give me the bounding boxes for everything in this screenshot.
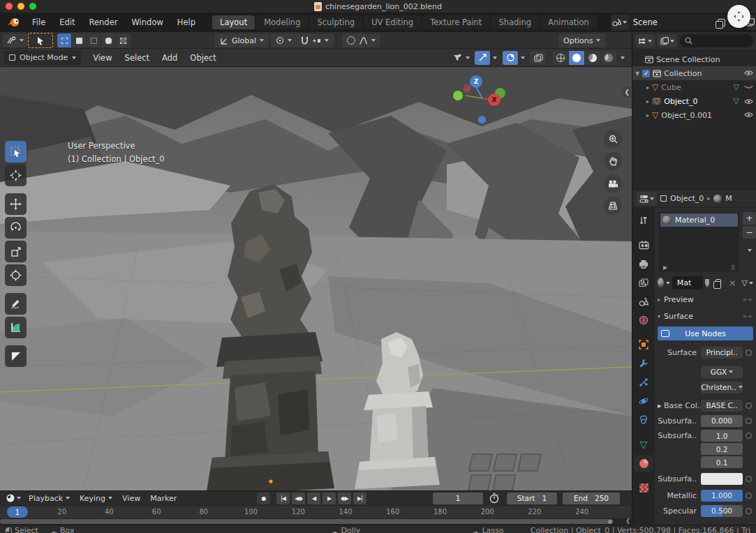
timeline-ruler[interactable]: 20406080100120140160180200220240 1 xyxy=(0,505,632,518)
viewport-menu-select[interactable]: Select xyxy=(119,53,156,63)
tab-object[interactable] xyxy=(634,336,653,353)
blender-logo-icon[interactable] xyxy=(7,17,21,28)
radius-y-field[interactable]: 0.2 xyxy=(701,443,743,455)
snap-toggle-group[interactable] xyxy=(296,33,334,47)
outliner-row-cube[interactable]: ▸ ▽ Cube ▽ xyxy=(632,80,756,94)
material-slots-list[interactable]: Material_0 ▶⣿ xyxy=(659,212,739,272)
workspace-tab-texture-paint[interactable]: Texture Paint xyxy=(422,15,489,29)
tool-measure[interactable] xyxy=(5,317,27,338)
gizmo-axis-x[interactable]: X xyxy=(488,93,501,106)
browse-material-chevron[interactable] xyxy=(666,282,670,285)
outliner-display-mode-dropdown[interactable] xyxy=(635,34,655,47)
tab-physics[interactable] xyxy=(634,393,653,410)
navigation-gizmo[interactable]: Z X xyxy=(452,73,507,128)
stopwatch-icon[interactable] xyxy=(489,493,500,506)
distribution-dropdown[interactable]: GGX xyxy=(701,366,743,378)
xray-toggle[interactable] xyxy=(531,51,547,65)
scene-selector[interactable]: Scene × xyxy=(611,15,742,30)
subsurface-slider[interactable]: 0.000 xyxy=(701,415,743,427)
timeline-playhead[interactable]: 1 xyxy=(7,506,28,518)
eye-icon[interactable] xyxy=(744,111,753,120)
tool-rotate[interactable] xyxy=(5,217,27,239)
unlink-material-icon[interactable]: × xyxy=(725,278,740,288)
material-slot-specials-dropdown[interactable] xyxy=(743,244,756,257)
current-frame-field[interactable]: 1 xyxy=(433,493,483,504)
camera-view-button[interactable] xyxy=(604,174,622,193)
decorator-dot[interactable] xyxy=(746,493,752,499)
pan-hand-button[interactable] xyxy=(604,152,622,170)
tab-material[interactable] xyxy=(634,455,653,472)
wireframe-data-icon[interactable]: ▽ xyxy=(734,98,739,105)
tab-output[interactable] xyxy=(634,255,653,272)
properties-editor-type-button[interactable] xyxy=(637,192,657,205)
sidebar-collapse-arrow[interactable]: ❮ xyxy=(623,87,631,98)
decorator-dot[interactable] xyxy=(746,433,752,439)
zoom-window-button[interactable] xyxy=(29,3,36,10)
active-tool-button[interactable] xyxy=(28,33,53,48)
close-window-button[interactable] xyxy=(6,3,13,10)
next-keyframe-button[interactable]: ◆▶ xyxy=(338,493,351,504)
material-name-field[interactable]: Mat xyxy=(672,276,703,290)
surface-shader-field[interactable]: Principl.. xyxy=(701,347,743,359)
decorator-dot[interactable] xyxy=(746,350,752,356)
eye-icon[interactable] xyxy=(744,98,753,105)
start-frame-field[interactable]: Start1 xyxy=(507,493,557,504)
scene-icon[interactable] xyxy=(611,15,629,30)
editor-type-button[interactable] xyxy=(3,33,27,47)
timeline-scrollbar[interactable]: ❮ xyxy=(0,518,632,525)
workspace-tab-animation[interactable]: Animation xyxy=(540,15,597,29)
slot-specials-icon[interactable]: ▶ xyxy=(663,264,667,271)
tab-object-data[interactable]: ▽ xyxy=(634,436,653,453)
shading-material-button[interactable] xyxy=(585,51,601,65)
auto-keying-record-button[interactable]: ● xyxy=(257,493,270,504)
timeline-menu-playback[interactable]: Playback xyxy=(24,494,75,503)
tool-cursor[interactable] xyxy=(5,165,27,186)
outliner-row-object-0-001[interactable]: ▸ ▽ Object_0.001 xyxy=(632,108,756,122)
tab-scene[interactable] xyxy=(634,293,653,310)
browse-material-icon[interactable] xyxy=(658,278,664,288)
end-frame-field[interactable]: End250 xyxy=(563,493,620,504)
gizmo-axis-z[interactable]: Z xyxy=(470,75,482,88)
menu-help[interactable]: Help xyxy=(170,17,202,27)
outliner-row-scene-collection[interactable]: Scene Collection xyxy=(632,52,756,66)
ortho-grid-button[interactable] xyxy=(604,197,622,215)
new-scene-icon[interactable] xyxy=(718,19,725,27)
menu-render[interactable]: Render xyxy=(82,17,125,27)
outliner-filter-dropdown[interactable] xyxy=(658,34,677,47)
viewport-menu-view[interactable]: View xyxy=(87,53,118,63)
tab-world[interactable] xyxy=(634,312,653,329)
mode-dropdown[interactable]: Object Mode xyxy=(4,50,81,65)
tab-constraints[interactable] xyxy=(634,412,653,428)
menu-window[interactable]: Window xyxy=(124,17,170,27)
proportional-edit-group[interactable] xyxy=(342,33,380,47)
breadcrumb-material[interactable]: M xyxy=(725,194,732,203)
overlays-toggle[interactable] xyxy=(503,51,519,65)
tool-annotate[interactable] xyxy=(5,293,27,315)
window-controls[interactable] xyxy=(6,3,36,10)
outliner-row-collection[interactable]: ▼ ✓ Collection xyxy=(632,66,756,80)
transform-orientation-dropdown[interactable]: Global xyxy=(215,33,269,47)
tool-scale[interactable] xyxy=(5,241,27,262)
nodetree-selector[interactable]: ▽ xyxy=(742,280,753,287)
tab-texture[interactable] xyxy=(634,479,653,496)
surface-panel-header[interactable]: ▾Surface≡≡ xyxy=(658,309,753,323)
timeline-menu-marker[interactable]: Marker xyxy=(145,494,181,503)
tab-render[interactable] xyxy=(634,237,653,253)
decorator-dot[interactable] xyxy=(746,418,752,424)
viewport-3d[interactable]: User Perspective (1) Collection | Object… xyxy=(0,67,632,490)
play-reverse-button[interactable]: ◀ xyxy=(307,493,320,504)
select-box-button[interactable] xyxy=(72,33,87,47)
gizmos-toggle[interactable] xyxy=(475,51,491,65)
shading-solid-button[interactable] xyxy=(569,51,585,65)
timeline-scrollbar-thumb[interactable] xyxy=(0,519,613,524)
shading-rendered-button[interactable] xyxy=(601,51,617,65)
decorator-dot[interactable] xyxy=(746,476,752,482)
collection-checkbox[interactable]: ✓ xyxy=(642,70,650,77)
scene-name[interactable]: Scene xyxy=(629,17,716,27)
minimize-window-button[interactable] xyxy=(17,3,24,10)
base-color-field[interactable]: BASE C.. xyxy=(701,400,743,412)
select-tweak-button[interactable] xyxy=(57,33,72,47)
select-lasso-button[interactable] xyxy=(101,33,116,47)
tab-tool[interactable] xyxy=(634,212,653,229)
remove-material-slot-button[interactable]: − xyxy=(743,226,756,239)
